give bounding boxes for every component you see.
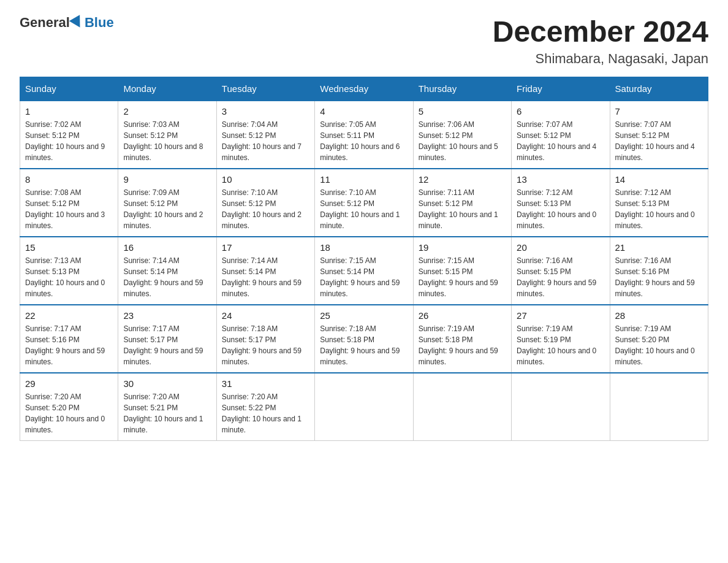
calendar-cell: 13 Sunrise: 7:12 AMSunset: 5:13 PMDaylig… (512, 169, 610, 237)
day-number: 25 (320, 310, 408, 321)
day-info: Sunrise: 7:19 AMSunset: 5:19 PMDaylight:… (517, 324, 596, 366)
calendar-cell: 14 Sunrise: 7:12 AMSunset: 5:13 PMDaylig… (610, 169, 708, 237)
day-info: Sunrise: 7:17 AMSunset: 5:17 PMDaylight:… (123, 324, 203, 366)
calendar-cell: 8 Sunrise: 7:08 AMSunset: 5:12 PMDayligh… (20, 169, 118, 237)
logo-blue-text: Blue (85, 15, 114, 31)
calendar-cell: 15 Sunrise: 7:13 AMSunset: 5:13 PMDaylig… (20, 237, 118, 305)
calendar-cell: 18 Sunrise: 7:15 AMSunset: 5:14 PMDaylig… (315, 237, 413, 305)
day-info: Sunrise: 7:11 AMSunset: 5:12 PMDaylight:… (419, 188, 498, 230)
day-info: Sunrise: 7:20 AMSunset: 5:21 PMDaylight:… (123, 393, 203, 434)
day-number: 21 (615, 242, 703, 253)
calendar-cell: 9 Sunrise: 7:09 AMSunset: 5:12 PMDayligh… (118, 169, 216, 237)
calendar-cell: 2 Sunrise: 7:03 AMSunset: 5:12 PMDayligh… (118, 101, 216, 169)
calendar-cell: 3 Sunrise: 7:04 AMSunset: 5:12 PMDayligh… (216, 101, 314, 169)
calendar-cell: 6 Sunrise: 7:07 AMSunset: 5:12 PMDayligh… (512, 101, 610, 169)
calendar-cell: 26 Sunrise: 7:19 AMSunset: 5:18 PMDaylig… (413, 305, 511, 373)
day-info: Sunrise: 7:09 AMSunset: 5:12 PMDaylight:… (123, 188, 203, 230)
day-number: 19 (419, 242, 506, 253)
week-row-2: 8 Sunrise: 7:08 AMSunset: 5:12 PMDayligh… (20, 169, 708, 237)
day-number: 9 (123, 174, 211, 185)
logo: General Blue (20, 15, 114, 31)
calendar-cell (512, 373, 610, 441)
day-number: 17 (222, 242, 309, 253)
calendar-cell: 7 Sunrise: 7:07 AMSunset: 5:12 PMDayligh… (610, 101, 708, 169)
calendar-cell: 22 Sunrise: 7:17 AMSunset: 5:16 PMDaylig… (20, 305, 118, 373)
day-number: 2 (123, 106, 211, 117)
calendar-cell (413, 373, 511, 441)
day-number: 23 (123, 310, 211, 321)
day-info: Sunrise: 7:10 AMSunset: 5:12 PMDaylight:… (222, 188, 301, 230)
day-info: Sunrise: 7:19 AMSunset: 5:18 PMDaylight:… (419, 324, 498, 366)
day-number: 5 (419, 106, 506, 117)
month-title: December 2024 (493, 15, 708, 48)
calendar-cell: 24 Sunrise: 7:18 AMSunset: 5:17 PMDaylig… (216, 305, 314, 373)
calendar-table: SundayMondayTuesdayWednesdayThursdayFrid… (20, 77, 708, 441)
day-info: Sunrise: 7:13 AMSunset: 5:13 PMDaylight:… (25, 256, 105, 298)
day-info: Sunrise: 7:17 AMSunset: 5:16 PMDaylight:… (25, 324, 105, 366)
week-row-5: 29 Sunrise: 7:20 AMSunset: 5:20 PMDaylig… (20, 373, 708, 441)
day-number: 11 (320, 174, 408, 185)
day-number: 10 (222, 174, 309, 185)
calendar-cell: 27 Sunrise: 7:19 AMSunset: 5:19 PMDaylig… (512, 305, 610, 373)
calendar-cell: 31 Sunrise: 7:20 AMSunset: 5:22 PMDaylig… (216, 373, 314, 441)
day-number: 18 (320, 242, 408, 253)
calendar-body: 1 Sunrise: 7:02 AMSunset: 5:12 PMDayligh… (20, 101, 708, 441)
calendar-cell: 5 Sunrise: 7:06 AMSunset: 5:12 PMDayligh… (413, 101, 511, 169)
day-info: Sunrise: 7:03 AMSunset: 5:12 PMDaylight:… (123, 120, 203, 162)
day-info: Sunrise: 7:19 AMSunset: 5:20 PMDaylight:… (615, 324, 695, 366)
day-number: 13 (517, 174, 604, 185)
page-header: General Blue December 2024 Shimabara, Na… (20, 15, 708, 67)
header-row: SundayMondayTuesdayWednesdayThursdayFrid… (20, 77, 708, 101)
day-number: 1 (25, 106, 113, 117)
day-info: Sunrise: 7:07 AMSunset: 5:12 PMDaylight:… (615, 120, 695, 162)
day-info: Sunrise: 7:02 AMSunset: 5:12 PMDaylight:… (25, 120, 105, 162)
calendar-cell: 19 Sunrise: 7:15 AMSunset: 5:15 PMDaylig… (413, 237, 511, 305)
calendar-cell: 30 Sunrise: 7:20 AMSunset: 5:21 PMDaylig… (118, 373, 216, 441)
day-info: Sunrise: 7:15 AMSunset: 5:15 PMDaylight:… (419, 256, 498, 298)
header-day-tuesday: Tuesday (216, 77, 314, 101)
week-row-1: 1 Sunrise: 7:02 AMSunset: 5:12 PMDayligh… (20, 101, 708, 169)
calendar-cell: 29 Sunrise: 7:20 AMSunset: 5:20 PMDaylig… (20, 373, 118, 441)
day-info: Sunrise: 7:20 AMSunset: 5:20 PMDaylight:… (25, 393, 105, 434)
header-day-sunday: Sunday (20, 77, 118, 101)
calendar-cell (315, 373, 413, 441)
day-info: Sunrise: 7:10 AMSunset: 5:12 PMDaylight:… (320, 188, 400, 230)
calendar-cell: 4 Sunrise: 7:05 AMSunset: 5:11 PMDayligh… (315, 101, 413, 169)
day-number: 30 (123, 378, 211, 389)
calendar-cell: 16 Sunrise: 7:14 AMSunset: 5:14 PMDaylig… (118, 237, 216, 305)
calendar-cell: 17 Sunrise: 7:14 AMSunset: 5:14 PMDaylig… (216, 237, 314, 305)
logo-arrow-icon (69, 15, 85, 31)
day-info: Sunrise: 7:04 AMSunset: 5:12 PMDaylight:… (222, 120, 301, 162)
day-info: Sunrise: 7:16 AMSunset: 5:16 PMDaylight:… (615, 256, 695, 298)
day-number: 6 (517, 106, 604, 117)
day-info: Sunrise: 7:15 AMSunset: 5:14 PMDaylight:… (320, 256, 400, 298)
day-info: Sunrise: 7:18 AMSunset: 5:17 PMDaylight:… (222, 324, 301, 366)
day-number: 14 (615, 174, 703, 185)
calendar-cell: 11 Sunrise: 7:10 AMSunset: 5:12 PMDaylig… (315, 169, 413, 237)
day-number: 24 (222, 310, 309, 321)
calendar-cell: 12 Sunrise: 7:11 AMSunset: 5:12 PMDaylig… (413, 169, 511, 237)
calendar-cell: 10 Sunrise: 7:10 AMSunset: 5:12 PMDaylig… (216, 169, 314, 237)
day-number: 8 (25, 174, 113, 185)
day-number: 31 (222, 378, 309, 389)
day-info: Sunrise: 7:12 AMSunset: 5:13 PMDaylight:… (517, 188, 596, 230)
title-section: December 2024 Shimabara, Nagasaki, Japan (493, 15, 708, 67)
day-info: Sunrise: 7:16 AMSunset: 5:15 PMDaylight:… (517, 256, 596, 298)
day-info: Sunrise: 7:12 AMSunset: 5:13 PMDaylight:… (615, 188, 695, 230)
calendar-cell (610, 373, 708, 441)
day-info: Sunrise: 7:14 AMSunset: 5:14 PMDaylight:… (123, 256, 203, 298)
day-number: 15 (25, 242, 113, 253)
header-day-friday: Friday (512, 77, 610, 101)
day-info: Sunrise: 7:05 AMSunset: 5:11 PMDaylight:… (320, 120, 400, 162)
day-number: 22 (25, 310, 113, 321)
week-row-3: 15 Sunrise: 7:13 AMSunset: 5:13 PMDaylig… (20, 237, 708, 305)
calendar-cell: 25 Sunrise: 7:18 AMSunset: 5:18 PMDaylig… (315, 305, 413, 373)
day-number: 20 (517, 242, 604, 253)
day-number: 28 (615, 310, 703, 321)
week-row-4: 22 Sunrise: 7:17 AMSunset: 5:16 PMDaylig… (20, 305, 708, 373)
calendar-header: SundayMondayTuesdayWednesdayThursdayFrid… (20, 77, 708, 101)
calendar-cell: 28 Sunrise: 7:19 AMSunset: 5:20 PMDaylig… (610, 305, 708, 373)
day-number: 16 (123, 242, 211, 253)
logo-general-text: General (20, 15, 70, 31)
day-info: Sunrise: 7:06 AMSunset: 5:12 PMDaylight:… (419, 120, 498, 162)
